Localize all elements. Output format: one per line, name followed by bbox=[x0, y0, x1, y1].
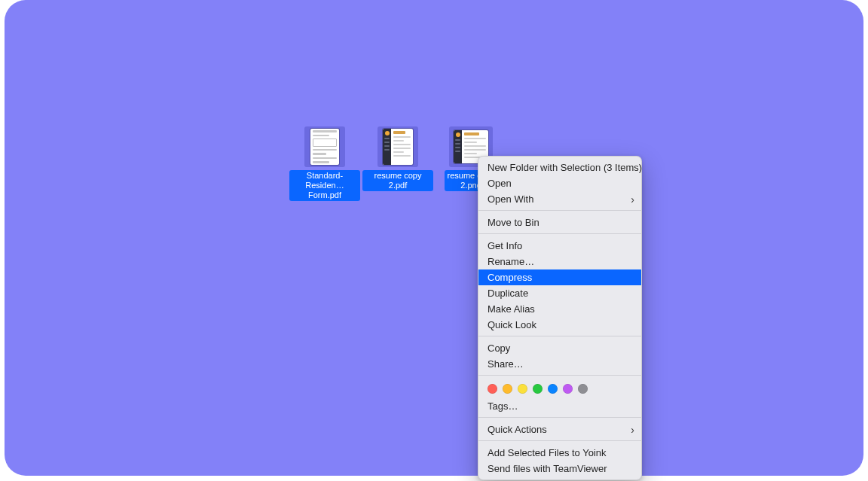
file-thumbnail bbox=[377, 126, 418, 167]
menu-separator bbox=[478, 336, 641, 336]
menu-quick-look[interactable]: Quick Look bbox=[478, 317, 641, 333]
tag-color-yellow[interactable] bbox=[518, 384, 527, 394]
menu-copy[interactable]: Copy bbox=[478, 340, 641, 356]
menu-open[interactable]: Open bbox=[478, 175, 641, 191]
menu-duplicate[interactable]: Duplicate bbox=[478, 285, 641, 301]
menu-separator bbox=[478, 375, 641, 376]
file-item-standard-form[interactable]: Standard- Residen…Form.pdf bbox=[289, 126, 360, 201]
tag-color-purple[interactable] bbox=[563, 384, 573, 394]
menu-quick-actions[interactable]: Quick Actions › bbox=[478, 422, 641, 437]
menu-separator bbox=[478, 233, 641, 234]
chevron-right-icon: › bbox=[631, 425, 634, 435]
menu-add-to-yoink[interactable]: Add Selected Files to Yoink bbox=[478, 445, 641, 461]
menu-item-label: Open With bbox=[487, 193, 533, 205]
menu-make-alias[interactable]: Make Alias bbox=[478, 301, 641, 317]
tag-color-row bbox=[478, 379, 641, 398]
tag-color-red[interactable] bbox=[487, 384, 497, 394]
tag-color-gray[interactable] bbox=[578, 384, 588, 394]
stage: Standard- Residen…Form.pdf resume copy 2… bbox=[0, 0, 868, 481]
menu-share[interactable]: Share… bbox=[478, 356, 641, 372]
menu-move-to-bin[interactable]: Move to Bin bbox=[478, 215, 641, 230]
menu-item-label: Quick Actions bbox=[487, 424, 547, 435]
menu-open-with[interactable]: Open With › bbox=[478, 191, 641, 207]
menu-send-teamviewer[interactable]: Send files with TeamViewer bbox=[478, 461, 641, 476]
menu-rename[interactable]: Rename… bbox=[478, 254, 641, 269]
context-menu: New Folder with Selection (3 Items) Open… bbox=[478, 156, 642, 480]
file-item-resume-pdf[interactable]: resume copy 2.pdf bbox=[362, 126, 433, 191]
tag-color-green[interactable] bbox=[533, 384, 542, 394]
menu-new-folder-with-selection[interactable]: New Folder with Selection (3 Items) bbox=[478, 160, 641, 175]
file-label: resume copy 2.pdf bbox=[362, 170, 433, 191]
file-thumbnail bbox=[304, 126, 345, 167]
file-label: Standard- Residen…Form.pdf bbox=[289, 170, 360, 201]
document-preview-icon bbox=[310, 129, 339, 165]
menu-tags[interactable]: Tags… bbox=[478, 398, 641, 414]
menu-get-info[interactable]: Get Info bbox=[478, 238, 641, 254]
menu-separator bbox=[478, 440, 641, 441]
tag-color-orange[interactable] bbox=[503, 384, 512, 394]
menu-separator bbox=[478, 210, 641, 211]
tag-color-blue[interactable] bbox=[548, 384, 558, 394]
chevron-right-icon: › bbox=[631, 194, 634, 205]
desktop-area[interactable]: Standard- Residen…Form.pdf resume copy 2… bbox=[5, 0, 863, 476]
document-preview-icon bbox=[383, 129, 413, 165]
menu-compress[interactable]: Compress bbox=[478, 269, 641, 285]
menu-separator bbox=[478, 417, 641, 418]
